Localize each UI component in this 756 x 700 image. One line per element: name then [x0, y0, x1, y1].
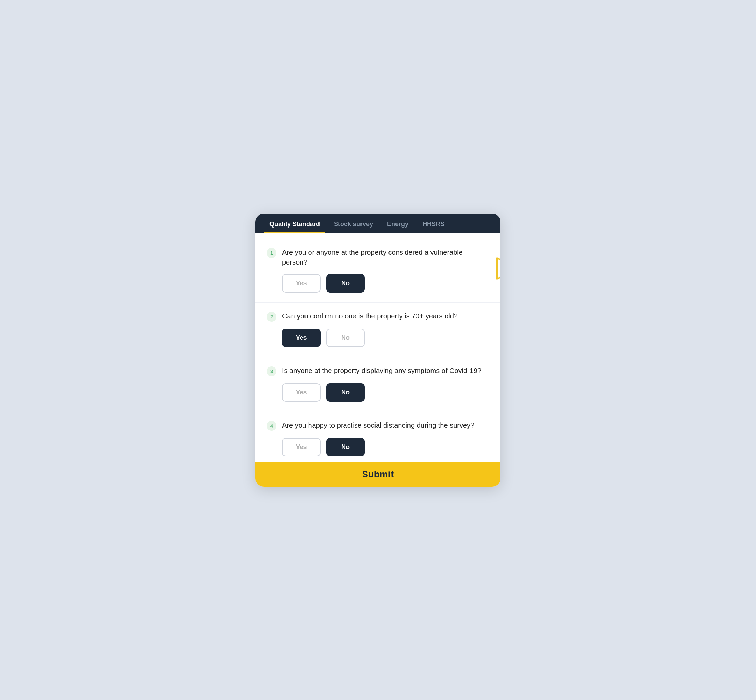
submit-bar: Submit: [256, 462, 500, 487]
question-number-3: 3: [267, 366, 276, 376]
question-header-1: 1 Are you or anyone at the property cons…: [267, 247, 489, 267]
question-number-2: 2: [267, 312, 276, 322]
questions-list: 1 Are you or anyone at the property cons…: [256, 233, 500, 462]
q1-yes-button[interactable]: Yes: [282, 274, 320, 292]
question-number-1: 1: [267, 248, 276, 258]
question-text-3: Is anyone at the property displaying any…: [282, 366, 481, 375]
question-header-4: 4 Are you happy to practise social dista…: [267, 420, 489, 431]
submit-button[interactable]: Submit: [267, 469, 489, 480]
tab-bar: Quality Standard Stock survey Energy HHS…: [256, 214, 500, 233]
tab-energy[interactable]: Energy: [381, 214, 414, 233]
answer-buttons-4: Yes No: [282, 438, 489, 456]
tab-stock-survey[interactable]: Stock survey: [328, 214, 379, 233]
question-text-4: Are you happy to practise social distanc…: [282, 420, 474, 430]
answer-buttons-2: Yes No: [282, 329, 489, 347]
q1-no-button[interactable]: No: [326, 274, 365, 292]
question-header-3: 3 Is anyone at the property displaying a…: [267, 366, 489, 376]
content-area: 1 Are you or anyone at the property cons…: [256, 233, 500, 462]
question-number-4: 4: [267, 421, 276, 431]
question-block-4: 4 Are you happy to practise social dista…: [256, 412, 500, 462]
q2-no-button[interactable]: No: [326, 329, 365, 347]
question-block-2: 2 Can you confirm no one is the property…: [256, 303, 500, 357]
question-header-2: 2 Can you confirm no one is the property…: [267, 311, 489, 322]
answer-buttons-1: Yes No: [282, 274, 489, 292]
main-card: Quality Standard Stock survey Energy HHS…: [256, 214, 500, 487]
question-text-2: Can you confirm no one is the property i…: [282, 311, 458, 321]
svg-marker-0: [497, 258, 500, 279]
tab-quality-standard[interactable]: Quality Standard: [264, 214, 325, 233]
answer-buttons-3: Yes No: [282, 383, 489, 402]
q2-yes-button[interactable]: Yes: [282, 329, 320, 347]
q4-yes-button[interactable]: Yes: [282, 438, 320, 456]
q4-no-button[interactable]: No: [326, 438, 365, 456]
question-block-1: 1 Are you or anyone at the property cons…: [256, 239, 500, 303]
q3-no-button[interactable]: No: [326, 383, 365, 402]
q3-yes-button[interactable]: Yes: [282, 383, 320, 402]
question-text-1: Are you or anyone at the property consid…: [282, 247, 489, 267]
question-block-3: 3 Is anyone at the property displaying a…: [256, 357, 500, 412]
tab-hhsrs[interactable]: HHSRS: [417, 214, 450, 233]
